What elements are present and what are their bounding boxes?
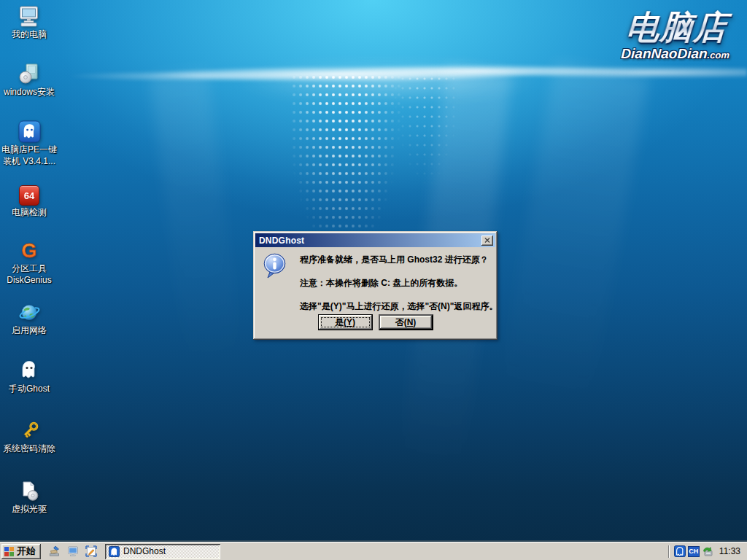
diskgenius-icon: G — [18, 237, 41, 262]
dialog-message: 程序准备就绪，是否马上用 Ghost32 进行还原？ 注意：本操作将删除 C: … — [300, 254, 491, 324]
dndghost-icon — [109, 546, 120, 557]
aida64-icon: 64 — [19, 181, 39, 206]
desktop-icon-label: 分区工具 — [12, 264, 47, 273]
taskbar-clock: 11:33 — [719, 546, 740, 556]
show-desktop-icon[interactable] — [67, 545, 79, 557]
my-computer-icon — [18, 3, 41, 28]
diannaodian-logo: 电脑店 DianNaoDian.com — [613, 10, 740, 62]
display-settings-icon[interactable] — [85, 545, 97, 557]
cleanup-brush-icon[interactable] — [49, 545, 61, 557]
key-icon — [18, 417, 41, 442]
tray-dndghost-icon[interactable] — [674, 545, 686, 557]
system-tray: CH 11:33 — [668, 542, 747, 560]
desktop-icon-password-clear[interactable]: 系统密码清除 — [0, 417, 58, 454]
desktop-icon-partition-tool[interactable]: G 分区工具 DiskGenius — [0, 237, 58, 285]
dialog-title: DNDGhost — [259, 236, 481, 246]
cdrom-document-icon — [18, 478, 41, 502]
info-icon — [263, 253, 287, 281]
desktop-icon-windows-install[interactable]: windows安装 — [0, 61, 58, 97]
desktop-icon-label: 启用网络 — [12, 326, 47, 335]
desktop-icon-label: windows安装 — [4, 88, 55, 97]
desktop-icon-virtual-cdrom[interactable]: 虚拟光驱 — [0, 478, 58, 514]
tray-separator — [668, 545, 670, 558]
tray-safely-remove-icon[interactable] — [702, 545, 713, 557]
tray-language-indicator[interactable]: CH — [688, 545, 700, 557]
logo-title: 电脑店 — [614, 10, 740, 45]
ghost-icon — [18, 357, 41, 382]
message-line-3: 选择"是(Y)"马上进行还原，选择"否(N)"返回程序。 — [300, 300, 491, 313]
start-button[interactable]: 开始 — [1, 544, 41, 559]
svg-text:G: G — [21, 240, 36, 262]
windows-install-icon — [18, 61, 41, 85]
desktop-icon-my-computer[interactable]: 我的电脑 — [0, 3, 58, 39]
desktop-icon-manual-ghost[interactable]: 手动Ghost — [0, 357, 58, 394]
desktop-icon-label: 手动Ghost — [9, 384, 50, 394]
desktop-icon-label: 我的电脑 — [12, 30, 47, 39]
dndghost-dialog: DNDGhost 程序准备就绪，是否马上用 Ghost32 进行还原？ 注意 — [253, 231, 498, 340]
network-globe-icon — [18, 299, 41, 324]
desktop-icon-pe-one-key-install[interactable]: 电脑店PE一键 装机 V3.4.1... — [0, 118, 58, 166]
desktop-icon-label: 电脑店PE一键 — [1, 145, 57, 155]
no-button[interactable]: 否(N) — [379, 314, 433, 330]
pe-ghost-icon — [18, 118, 41, 143]
desktop-icon-label: 虚拟光驱 — [12, 505, 47, 514]
task-button-label: DNDGhost — [123, 546, 166, 556]
desktop-icon-label: 电脑检测 — [12, 208, 47, 217]
desktop-icon-label-line2: DiskGenius — [7, 276, 51, 285]
dialog-buttons: 是(Y) 否(N) — [255, 314, 495, 330]
desktop-icon-pc-check[interactable]: 64 电脑检测 — [0, 181, 58, 217]
logo-site: DianNaoDian.com — [613, 46, 738, 62]
taskbar-button-dndghost[interactable]: DNDGhost — [105, 544, 220, 559]
taskbar: 开始 — [0, 542, 747, 560]
start-logo-icon — [4, 547, 14, 556]
start-label: 开始 — [17, 545, 36, 558]
close-icon[interactable] — [481, 236, 493, 246]
message-line-1: 程序准备就绪，是否马上用 Ghost32 进行还原？ — [300, 254, 491, 266]
dialog-titlebar[interactable]: DNDGhost — [255, 233, 495, 247]
desktop-icon-enable-network[interactable]: 启用网络 — [0, 299, 58, 335]
desktop-icon-label: 系统密码清除 — [3, 444, 55, 454]
message-line-2: 注意：本操作将删除 C: 盘上的所有数据。 — [300, 277, 491, 289]
yes-button[interactable]: 是(Y) — [318, 314, 373, 330]
dialog-body: 程序准备就绪，是否马上用 Ghost32 进行还原？ 注意：本操作将删除 C: … — [255, 247, 495, 338]
desktop-icon-label-line2: 装机 V3.4.1... — [3, 157, 55, 166]
quick-launch — [49, 545, 97, 557]
